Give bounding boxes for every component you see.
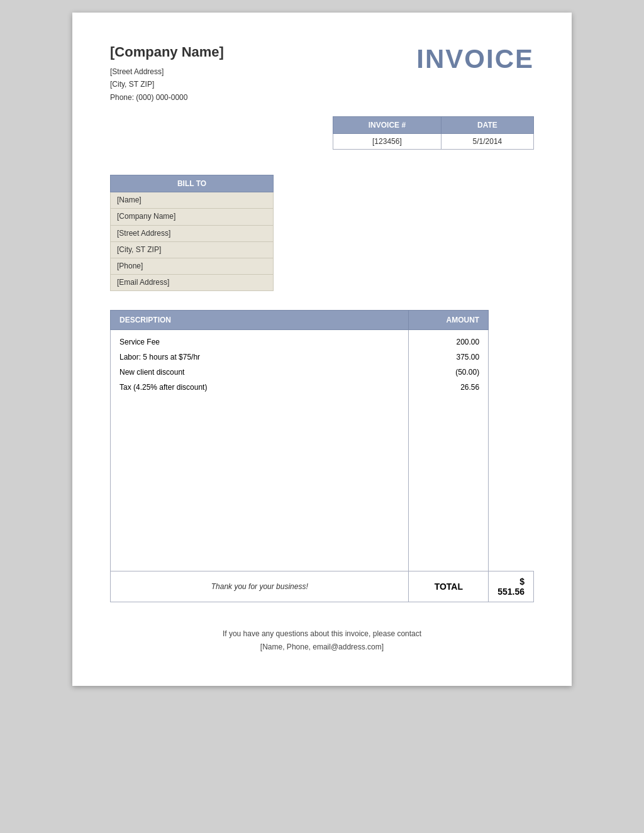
item-amount-1: 375.00: [409, 350, 489, 365]
bill-to-street: [Street Address]: [111, 225, 274, 241]
item-amount-3: 26.56: [409, 380, 489, 395]
spacer-desc: [111, 395, 409, 571]
invoice-number-value: [123456]: [333, 134, 441, 150]
footer-note: If you have any questions about this inv…: [110, 627, 534, 654]
footer-line2: [Name, Phone, email@address.com]: [110, 641, 534, 654]
invoice-title: INVOICE: [416, 44, 534, 74]
item-amount-0: 200.00: [409, 330, 489, 350]
meta-section: INVOICE # DATE [123456] 5/1/2014: [110, 116, 534, 150]
meta-table: INVOICE # DATE [123456] 5/1/2014: [333, 116, 534, 150]
bill-to-header: BILL TO: [111, 175, 274, 192]
amount-header: AMOUNT: [409, 311, 489, 330]
spacer-row: [111, 395, 534, 571]
table-row: Service Fee 200.00: [111, 330, 534, 350]
company-city: [City, ST ZIP]: [110, 78, 416, 91]
total-label: TOTAL: [409, 571, 489, 602]
bill-to-email: [Email Address]: [111, 275, 274, 291]
company-name: [Company Name]: [110, 44, 416, 60]
bill-to-section: BILL TO [Name] [Company Name] [Street Ad…: [110, 175, 274, 291]
thank-you-text: Thank you for your business!: [111, 571, 409, 602]
header-section: [Company Name] [Street Address] [City, S…: [110, 44, 534, 104]
footer-row: Thank you for your business!TOTAL$ 551.5…: [111, 571, 534, 602]
company-phone: Phone: (000) 000-0000: [110, 91, 416, 104]
description-header: DESCRIPTION: [111, 311, 409, 330]
spacer-amount: [409, 395, 489, 571]
table-row: New client discount (50.00): [111, 365, 534, 380]
footer-line1: If you have any questions about this inv…: [110, 627, 534, 641]
items-table: DESCRIPTION AMOUNT Service Fee 200.00 La…: [110, 310, 534, 602]
bill-to-phone: [Phone]: [111, 258, 274, 274]
bill-to-table: BILL TO [Name] [Company Name] [Street Ad…: [110, 175, 274, 291]
date-header: DATE: [441, 117, 533, 134]
item-amount-2: (50.00): [409, 365, 489, 380]
item-description-0: Service Fee: [111, 330, 409, 350]
bill-to-name: [Name]: [111, 192, 274, 209]
invoice-number-header: INVOICE #: [333, 117, 441, 134]
item-description-2: New client discount: [111, 365, 409, 380]
total-amount: $ 551.56: [489, 571, 534, 602]
date-value: 5/1/2014: [441, 134, 533, 150]
header-right: INVOICE: [416, 44, 534, 74]
company-info: [Company Name] [Street Address] [City, S…: [110, 44, 416, 104]
item-description-1: Labor: 5 hours at $75/hr: [111, 350, 409, 365]
bill-to-company: [Company Name]: [111, 209, 274, 225]
company-street: [Street Address]: [110, 65, 416, 78]
bill-to-city: [City, ST ZIP]: [111, 241, 274, 258]
table-row: Labor: 5 hours at $75/hr 375.00: [111, 350, 534, 365]
invoice-page: [Company Name] [Street Address] [City, S…: [72, 13, 572, 686]
item-description-3: Tax (4.25% after discount): [111, 380, 409, 395]
table-row: Tax (4.25% after discount) 26.56: [111, 380, 534, 395]
